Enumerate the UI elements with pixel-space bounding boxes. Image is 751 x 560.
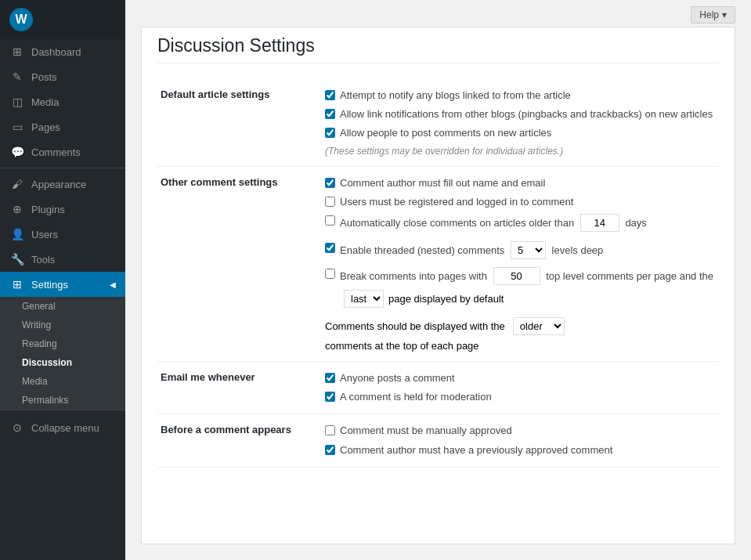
sidebar-item-label: Pages	[31, 121, 60, 133]
tools-icon: 🔧	[9, 253, 25, 266]
page-display-row: lastfirst page displayed by default	[344, 290, 716, 308]
sidebar-item-media[interactable]: ◫ Media	[0, 89, 125, 114]
allow-pingbacks-checkbox[interactable]	[325, 109, 335, 119]
help-button[interactable]: Help ▾	[691, 6, 735, 23]
auto-close-checkbox[interactable]	[325, 215, 335, 226]
sidebar-item-plugins[interactable]: ⊕ Plugins	[0, 197, 125, 222]
thread-depth-select[interactable]: 12345678910	[511, 241, 546, 259]
email-whenever-options: Anyone posts a comment A comment is held…	[322, 361, 719, 414]
sidebar-item-label: Appearance	[31, 179, 86, 190]
collapse-icon: ⊙	[9, 421, 25, 434]
sidebar-item-label: Settings	[31, 279, 68, 291]
page-title: Discussion Settings	[157, 35, 719, 63]
manual-approval-label: Comment must be manually approved	[340, 424, 512, 438]
other-comments-label: Other comment settings	[157, 166, 322, 361]
plugins-icon: ⊕	[9, 203, 25, 215]
checkbox-row: Automatically close comments on articles…	[325, 214, 716, 232]
sidebar-item-tools[interactable]: 🔧 Tools	[0, 247, 125, 272]
allow-pingbacks-label: Allow link notifications from other blog…	[340, 107, 713, 121]
collapse-menu-label: Collapse menu	[31, 422, 99, 434]
before-comment-options: Comment must be manually approved Commen…	[322, 414, 719, 467]
sidebar-logo: W	[0, 0, 125, 39]
sidebar-item-label: Comments	[31, 146, 81, 158]
collapse-menu-button[interactable]: ⊙ Collapse menu	[0, 414, 125, 442]
page-order-select[interactable]: lastfirst	[344, 290, 384, 308]
submenu-discussion[interactable]: Discussion	[0, 353, 125, 372]
checkbox-row: Anyone posts a comment	[325, 371, 716, 385]
notify-blogs-checkbox[interactable]	[325, 90, 335, 100]
break-pages-label: Break comments into pages with top level…	[340, 267, 713, 285]
threaded-comments-label: Enable threaded (nested) comments 123456…	[340, 241, 603, 259]
prev-approved-checkbox[interactable]	[325, 445, 335, 455]
threaded-comments-checkbox[interactable]	[325, 243, 335, 253]
pages-icon: ▭	[9, 121, 25, 133]
held-moderation-label: A comment is held for moderation	[340, 390, 492, 404]
email-whenever-row: Email me whenever Anyone posts a comment…	[157, 361, 719, 414]
sidebar-item-users[interactable]: 👤 Users	[0, 222, 125, 247]
submenu-writing[interactable]: Writing	[0, 316, 125, 334]
wp-logo: W	[9, 8, 33, 31]
help-chevron-icon: ▾	[722, 9, 727, 20]
break-pages-checkbox[interactable]	[325, 269, 335, 279]
settings-arrow: ◀	[110, 280, 116, 289]
sidebar-item-label: Users	[31, 229, 58, 240]
sidebar: W ⊞ Dashboard ✎ Posts ◫ Media ▭ Pages 💬 …	[0, 0, 125, 560]
days-input[interactable]	[580, 214, 619, 232]
manual-approval-checkbox[interactable]	[325, 425, 335, 435]
checkbox-row: Comment author must fill out name and em…	[325, 176, 716, 190]
sidebar-item-comments[interactable]: 💬 Comments	[0, 139, 125, 164]
other-comments-row: Other comment settings Comment author mu…	[157, 166, 719, 361]
before-comment-label: Before a comment appears	[157, 414, 322, 467]
sidebar-item-appearance[interactable]: 🖌 Appearance	[0, 172, 125, 197]
before-comment-row: Before a comment appears Comment must be…	[157, 414, 719, 467]
checkbox-row: Break comments into pages with top level…	[325, 267, 716, 285]
checkbox-row: Users must be registered and logged in t…	[325, 195, 716, 209]
sidebar-item-settings[interactable]: ⊞ Settings ◀	[0, 272, 125, 297]
default-article-row: Default article settings Attempt to noti…	[157, 79, 719, 166]
dashboard-icon: ⊞	[9, 45, 25, 58]
settings-icon: ⊞	[9, 278, 25, 291]
posts-icon: ✎	[9, 70, 25, 83]
sidebar-item-label: Plugins	[31, 204, 65, 215]
submenu-permalinks[interactable]: Permalinks	[0, 391, 125, 410]
anyone-posts-checkbox[interactable]	[325, 373, 335, 383]
comments-order-select[interactable]: oldernewer	[513, 317, 565, 335]
held-moderation-checkbox[interactable]	[325, 392, 335, 402]
registered-users-label: Users must be registered and logged in t…	[340, 195, 573, 209]
sidebar-item-label: Posts	[31, 71, 57, 83]
main-content: Help ▾ Discussion Settings Default artic…	[125, 0, 751, 560]
checkbox-row: A comment is held for moderation	[325, 390, 716, 404]
allow-comments-checkbox[interactable]	[325, 128, 335, 138]
settings-content: Discussion Settings Default article sett…	[141, 27, 735, 544]
registered-users-checkbox[interactable]	[325, 197, 335, 207]
submenu-reading[interactable]: Reading	[0, 334, 125, 353]
default-article-options: Attempt to notify any blogs linked to fr…	[322, 79, 719, 166]
comments-order-row: Comments should be displayed with the ol…	[325, 317, 716, 352]
users-icon: 👤	[9, 228, 25, 240]
appearance-icon: 🖌	[9, 178, 25, 190]
submenu-media[interactable]: Media	[0, 372, 125, 391]
other-comments-options: Comment author must fill out name and em…	[322, 166, 719, 361]
author-name-email-label: Comment author must fill out name and em…	[340, 176, 545, 190]
allow-comments-label: Allow people to post comments on new art…	[340, 126, 551, 140]
anyone-posts-label: Anyone posts a comment	[340, 371, 455, 385]
author-name-email-checkbox[interactable]	[325, 178, 335, 188]
checkbox-row: Attempt to notify any blogs linked to fr…	[325, 89, 716, 103]
topbar: Help ▾	[125, 0, 751, 27]
sidebar-item-posts[interactable]: ✎ Posts	[0, 64, 125, 89]
sidebar-item-label: Tools	[31, 254, 55, 266]
checkbox-row: Comment author must have a previously ap…	[325, 443, 716, 457]
checkbox-row: Allow people to post comments on new art…	[325, 126, 716, 140]
auto-close-label: Automatically close comments on articles…	[340, 214, 647, 232]
sidebar-item-pages[interactable]: ▭ Pages	[0, 114, 125, 139]
checkbox-row: Comment must be manually approved	[325, 424, 716, 438]
sidebar-item-label: Dashboard	[31, 46, 81, 58]
email-whenever-label: Email me whenever	[157, 361, 322, 414]
pages-count-input[interactable]	[493, 267, 540, 285]
settings-table: Default article settings Attempt to noti…	[157, 79, 719, 468]
default-article-label: Default article settings	[157, 79, 322, 166]
notify-blogs-label: Attempt to notify any blogs linked to fr…	[340, 89, 571, 103]
sidebar-item-dashboard[interactable]: ⊞ Dashboard	[0, 39, 125, 64]
submenu-general[interactable]: General	[0, 297, 125, 316]
prev-approved-label: Comment author must have a previously ap…	[340, 443, 612, 457]
